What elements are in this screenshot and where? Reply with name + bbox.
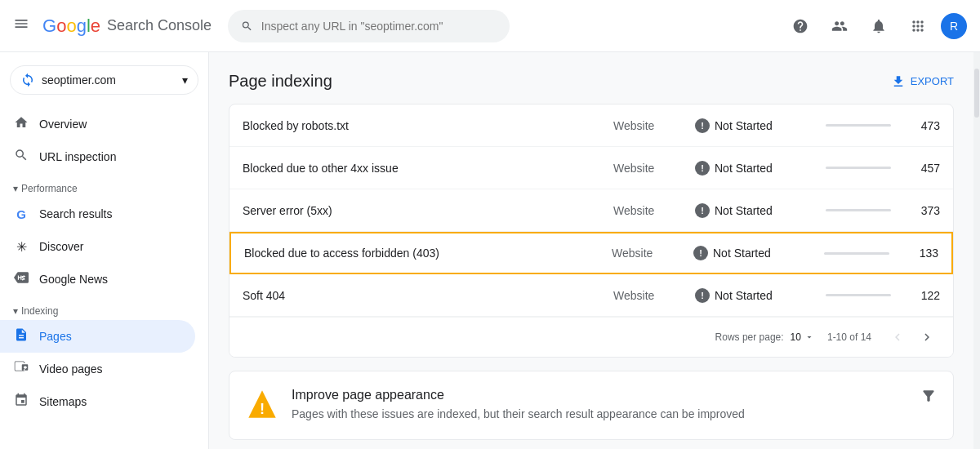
sidebar-item-sitemaps[interactable]: Sitemaps	[0, 385, 195, 418]
logo: Google Search Console	[42, 16, 212, 37]
status-text: Not Started	[715, 204, 773, 217]
home-icon	[13, 115, 29, 134]
chevron-down-icon: ▾	[13, 183, 18, 194]
export-icon	[891, 74, 906, 89]
warning-icon: !	[246, 388, 278, 420]
row-count: 457	[891, 162, 940, 175]
row-status: ! Not Started	[695, 161, 826, 176]
sidebar-item-label: Video pages	[39, 362, 103, 376]
scroll-indicator	[973, 52, 980, 449]
improve-section: ! Improve page appearance Pages with the…	[229, 371, 954, 440]
news-icon	[13, 270, 29, 289]
property-name: seoptimer.com	[42, 73, 176, 87]
header-icons: R	[784, 10, 967, 42]
table-row-highlighted[interactable]: Blocked due to access forbidden (403) We…	[229, 232, 953, 274]
sidebar-item-label: Google News	[39, 273, 108, 286]
row-label: Blocked due to other 4xx issue	[243, 162, 613, 175]
row-label: Blocked by robots.txt	[243, 119, 613, 132]
chevron-right-icon	[920, 330, 934, 345]
row-status: ! Not Started	[695, 288, 826, 303]
table-row[interactable]: Server error (5xx) Website ! Not Started…	[229, 189, 953, 232]
status-icon: !	[695, 203, 710, 218]
sidebar-item-label: Search results	[39, 207, 112, 220]
page-title-row: Page indexing EXPORT	[229, 72, 954, 91]
row-label: Blocked due to access forbidden (403)	[244, 247, 612, 260]
chevron-left-icon	[890, 330, 905, 345]
rows-per-page-value: 10	[791, 331, 801, 343]
url-inspection-icon	[13, 148, 29, 167]
sidebar-item-url-inspection[interactable]: URL inspection	[0, 140, 195, 173]
row-status: ! Not Started	[695, 118, 826, 133]
status-icon: !	[695, 288, 710, 303]
sidebar-item-search-results[interactable]: G Search results	[0, 198, 195, 230]
search-bar[interactable]	[228, 10, 509, 42]
pages-icon	[13, 327, 29, 346]
status-text: Not Started	[715, 289, 773, 302]
page-next-button[interactable]	[914, 324, 940, 350]
sidebar-item-label: Pages	[39, 330, 72, 343]
row-bar	[826, 294, 891, 296]
row-count: 473	[891, 119, 940, 132]
improve-title: Improve page appearance	[292, 388, 907, 402]
property-selector[interactable]: seoptimer.com ▾	[10, 65, 198, 95]
main-layout: seoptimer.com ▾ Overview URL inspection …	[0, 52, 980, 449]
notifications-icon[interactable]	[862, 10, 895, 42]
rows-per-page-label: Rows per page:	[715, 331, 784, 343]
sidebar-item-video-pages[interactable]: Video pages	[0, 353, 195, 385]
filter-icon[interactable]	[920, 388, 937, 408]
avatar[interactable]: R	[941, 13, 967, 39]
sidebar-item-overview[interactable]: Overview	[0, 108, 195, 140]
rows-chevron-icon	[804, 332, 814, 342]
improve-description: Pages with these issues are indexed, but…	[292, 406, 907, 423]
rows-per-page: Rows per page: 10	[715, 331, 814, 343]
table-row[interactable]: Blocked by robots.txt Website ! Not Star…	[229, 104, 953, 147]
help-icon[interactable]	[784, 10, 817, 42]
search-input[interactable]	[261, 20, 497, 33]
status-icon: !	[693, 246, 708, 260]
row-bar	[826, 209, 891, 211]
sidebar-section-indexing: ▾ Indexing	[0, 299, 208, 320]
property-icon	[20, 73, 35, 87]
page-info: 1-10 of 14	[827, 331, 871, 343]
page-navigation	[884, 324, 940, 350]
search-bar-icon	[241, 20, 253, 33]
table-row[interactable]: Blocked due to other 4xx issue Website !…	[229, 147, 953, 189]
sidebar-item-google-news[interactable]: Google News	[0, 263, 195, 296]
table-row[interactable]: Soft 404 Website ! Not Started 122	[229, 274, 953, 317]
row-status: ! Not Started	[695, 203, 826, 218]
menu-icon[interactable]	[13, 16, 29, 36]
row-bar	[824, 252, 889, 255]
status-text: Not Started	[713, 247, 771, 260]
discover-icon: ✳	[13, 239, 29, 255]
status-text: Not Started	[715, 119, 773, 132]
status-text: Not Started	[715, 162, 773, 175]
row-status: ! Not Started	[693, 246, 824, 260]
sidebar-item-label: Sitemaps	[39, 395, 87, 408]
status-icon: !	[695, 161, 710, 176]
app-header: Google Search Console	[0, 0, 980, 52]
rows-per-page-select[interactable]: 10	[791, 331, 814, 343]
content-area: Page indexing EXPORT Blocked by robots.t…	[209, 52, 973, 449]
sidebar-item-label: Discover	[39, 240, 83, 253]
row-type: Website	[613, 119, 695, 132]
page-prev-button[interactable]	[884, 324, 911, 350]
sidebar-item-pages[interactable]: Pages	[0, 320, 195, 353]
people-icon[interactable]	[823, 10, 856, 42]
pagination: Rows per page: 10 1-10 of 14	[229, 317, 953, 357]
row-bar	[826, 167, 891, 169]
export-button[interactable]: EXPORT	[891, 74, 954, 89]
indexing-table: Blocked by robots.txt Website ! Not Star…	[229, 104, 954, 358]
sidebar-section-performance: ▾ Performance	[0, 176, 208, 198]
row-type: Website	[613, 162, 695, 175]
row-type: Website	[613, 289, 695, 302]
page-title: Page indexing	[229, 72, 332, 91]
property-chevron: ▾	[182, 73, 188, 87]
sidebar-item-discover[interactable]: ✳ Discover	[0, 230, 195, 263]
grid-icon[interactable]	[902, 10, 934, 42]
google-g-icon: G	[13, 207, 29, 221]
video-pages-icon	[13, 360, 29, 379]
row-count: 133	[889, 247, 938, 260]
row-count: 122	[891, 289, 940, 302]
sidebar: seoptimer.com ▾ Overview URL inspection …	[0, 52, 209, 449]
scroll-thumb[interactable]	[974, 69, 979, 118]
